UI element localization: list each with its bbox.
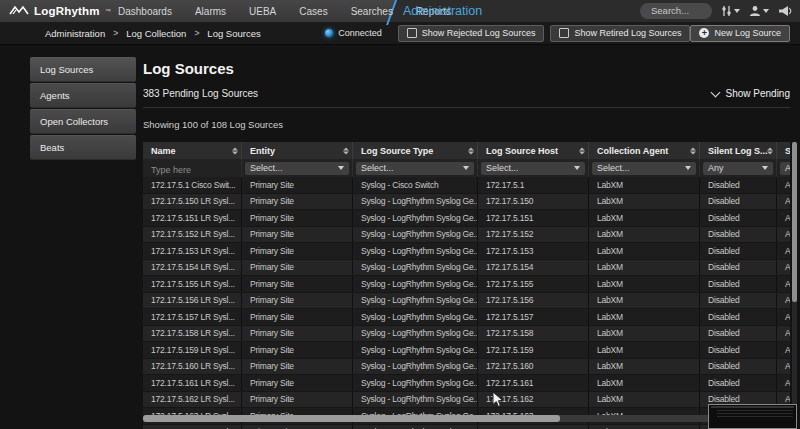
- sort-down-arrow: [579, 151, 585, 154]
- breadcrumb-bar: Administration>Log Collection>Log Source…: [0, 22, 800, 45]
- filter-cell-entity: Select...: [242, 159, 353, 177]
- log-sources-grid: NameEntityLog Source TypeLog Source Host…: [143, 142, 790, 429]
- horizontal-scrollbar-thumb[interactable]: [143, 415, 560, 422]
- sort-icon[interactable]: [767, 147, 773, 154]
- caret-down-icon: [734, 9, 740, 13]
- cell-entity: Primary Site: [242, 358, 353, 375]
- breadcrumb-separator: >: [113, 28, 118, 38]
- breadcrumb-item-log-collection[interactable]: Log Collection: [126, 28, 186, 39]
- topnav-items: DashboardsAlarmsUEBACasesSearchesReports: [118, 0, 451, 22]
- nav-item-alarms[interactable]: Alarms: [195, 6, 226, 17]
- show-retired-log-sources-button[interactable]: Show Retired Log Sources: [550, 25, 690, 42]
- table-row[interactable]: 172.17.5.154 LR Sysl...Primary SiteSyslo…: [143, 259, 790, 276]
- cell-log-source-host: 172.17.5.1: [478, 177, 589, 193]
- table-row[interactable]: 172.17.5.159 LR Sysl...Primary SiteSyslo…: [143, 342, 790, 359]
- nav-item-ueba[interactable]: UEBA: [249, 6, 276, 17]
- column-header-log-source-type[interactable]: Log Source Type: [353, 142, 478, 159]
- cell-log-source-type: Syslog - Cisco Switch: [353, 177, 478, 193]
- nav-item-administration-active[interactable]: Administration: [403, 0, 482, 22]
- column-header-name[interactable]: Name: [143, 142, 242, 159]
- table-row[interactable]: 172.17.5.156 LR Sysl...Primary SiteSyslo…: [143, 292, 790, 309]
- cell-status: Active: [777, 210, 791, 227]
- breadcrumb-item-log-sources[interactable]: Log Sources: [207, 28, 260, 39]
- search-input[interactable]: [640, 3, 712, 19]
- cell-log-source-host: 172.17.5.158: [478, 325, 589, 342]
- filter-select-log-source-host[interactable]: Select...: [481, 162, 585, 175]
- table-row[interactable]: 172.17.5.150 LR Sysl...Primary SiteSyslo…: [143, 193, 790, 210]
- breadcrumb: Administration>Log Collection>Log Source…: [0, 28, 261, 39]
- table-row[interactable]: 172.17.5.160 LR Sysl...Primary SiteSyslo…: [143, 358, 790, 375]
- breadcrumb-item-administration[interactable]: Administration: [45, 28, 105, 39]
- sort-icon[interactable]: [232, 147, 238, 154]
- screen-preview-overlay[interactable]: [708, 404, 797, 429]
- column-header-label: Log Source Type: [361, 146, 433, 156]
- column-header-status[interactable]: Status: [777, 142, 791, 159]
- sidebar-item-log-sources[interactable]: Log Sources: [30, 57, 136, 82]
- filter-cell-silent-log-s: Any: [700, 159, 777, 177]
- cell-entity: Primary Site: [242, 424, 353, 429]
- cell-entity: Primary Site: [242, 325, 353, 342]
- cell-log-source-host: 172.17.5.154: [478, 259, 589, 276]
- sort-up-arrow: [579, 147, 585, 150]
- user-menu[interactable]: [749, 5, 769, 17]
- cell-log-source-host: 172.17.5.161: [478, 375, 589, 392]
- horizontal-scrollbar[interactable]: [143, 415, 790, 422]
- column-header-entity[interactable]: Entity: [242, 142, 353, 159]
- table-row[interactable]: 172.17.5.153 LR Sysl...Primary SiteSyslo…: [143, 243, 790, 260]
- sidebar-item-open-collectors[interactable]: Open Collectors: [30, 109, 136, 134]
- sidebar-item-beats[interactable]: Beats: [30, 135, 136, 160]
- sort-icon[interactable]: [343, 147, 349, 154]
- vertical-scrollbar[interactable]: [792, 142, 797, 420]
- cell-silent-log-s: Disabled: [700, 309, 777, 326]
- filter-select-silent-log-s[interactable]: Any: [703, 162, 773, 175]
- sort-icon[interactable]: [579, 147, 585, 154]
- cell-status: Active: [777, 226, 791, 243]
- sidebar-item-agents[interactable]: Agents: [30, 83, 136, 108]
- new-log-source-button[interactable]: + New Log Source: [690, 25, 790, 42]
- table-row[interactable]: 172.17.5.1 Cisco Swit...Primary SiteSysl…: [143, 177, 790, 193]
- table-row[interactable]: 172.17.5.155 LR Sysl...Primary SiteSyslo…: [143, 276, 790, 293]
- nav-item-dashboards[interactable]: Dashboards: [118, 6, 172, 17]
- column-header-collection-agent[interactable]: Collection Agent: [589, 142, 700, 159]
- cell-log-source-type: Syslog - LogRhythm Syslog Ge...: [353, 309, 478, 326]
- sort-icon[interactable]: [468, 147, 474, 154]
- filter-select-collection-agent[interactable]: Select...: [592, 162, 696, 175]
- caret-down-icon: [574, 166, 580, 170]
- filter-input-name[interactable]: [146, 164, 240, 176]
- vertical-scrollbar-thumb[interactable]: [792, 142, 797, 302]
- cell-log-source-host: 172.17.5.155: [478, 276, 589, 293]
- filter-cell-collection-agent: Select...: [589, 159, 700, 177]
- megaphone-icon[interactable]: [778, 5, 793, 17]
- show-rejected-log-sources-label: Show Rejected Log Sources: [422, 28, 536, 38]
- logrhythm-logo[interactable]: LogRhythm™: [9, 0, 111, 22]
- column-header-silent-log-s[interactable]: Silent Log S...: [700, 142, 777, 159]
- table-row[interactable]: 172.17.5.158 LR Sysl...Primary SiteSyslo…: [143, 325, 790, 342]
- nav-item-cases[interactable]: Cases: [299, 6, 327, 17]
- show-pending-toggle[interactable]: Show Pending: [712, 88, 791, 99]
- show-rejected-log-sources-button[interactable]: Show Rejected Log Sources: [398, 25, 545, 42]
- table-row[interactable]: 172.17.5.157 LR Sysl...Primary SiteSyslo…: [143, 309, 790, 326]
- table-row[interactable]: 172.17.5.161 LR Sysl...Primary SiteSyslo…: [143, 375, 790, 392]
- nav-item-searches[interactable]: Searches: [351, 6, 393, 17]
- filter-select-status[interactable]: Any: [780, 162, 790, 175]
- filter-select-entity[interactable]: Select...: [245, 162, 349, 175]
- table-row[interactable]: 172.17.5.151 LR Sysl...Primary SiteSyslo…: [143, 210, 790, 227]
- table-row[interactable]: 172.17.5.164 LR Sysl...Primary SiteSyslo…: [143, 424, 790, 429]
- filter-settings-menu[interactable]: [721, 5, 740, 17]
- cell-collection-agent: LabXM: [589, 259, 700, 276]
- filter-select-log-source-type[interactable]: Select...: [356, 162, 474, 175]
- column-header-label: Entity: [250, 146, 275, 156]
- column-header-log-source-host[interactable]: Log Source Host: [478, 142, 589, 159]
- cell-silent-log-s: Disabled: [700, 243, 777, 260]
- caret-down-icon: [763, 9, 769, 13]
- cell-entity: Primary Site: [242, 276, 353, 293]
- column-header-label: Collection Agent: [597, 146, 668, 156]
- sort-up-arrow: [468, 147, 474, 150]
- cell-silent-log-s: Disabled: [700, 177, 777, 193]
- table-row[interactable]: 172.17.5.152 LR Sysl...Primary SiteSyslo…: [143, 226, 790, 243]
- cell-name: 172.17.5.152 LR Sysl...: [143, 226, 242, 243]
- table-row[interactable]: 172.17.5.162 LR Sysl...Primary SiteSyslo…: [143, 391, 790, 408]
- sort-icon[interactable]: [690, 147, 696, 154]
- filter-select-value: Select...: [250, 163, 283, 173]
- filter-cell-name: [143, 159, 242, 177]
